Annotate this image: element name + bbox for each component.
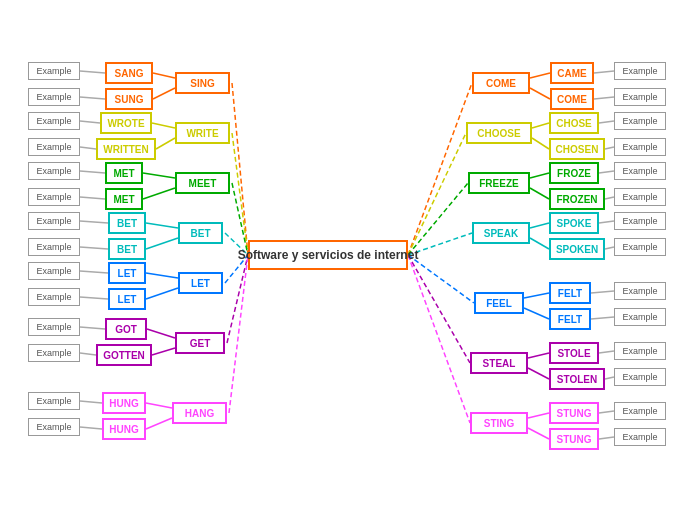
svg-line-50	[599, 221, 614, 223]
svg-line-58	[524, 308, 549, 319]
node-write: WRITE	[175, 122, 230, 144]
svg-line-28	[152, 348, 175, 355]
svg-line-69	[408, 255, 470, 423]
node-freeze: FREEZE	[468, 172, 530, 194]
svg-line-23	[146, 288, 178, 299]
svg-line-67	[599, 437, 614, 439]
svg-line-38	[530, 88, 550, 99]
node-came: CAME	[550, 62, 594, 84]
node-sung: SUNG	[105, 88, 153, 110]
svg-line-40	[599, 121, 614, 123]
node-bet: BET	[108, 238, 146, 260]
svg-line-22	[80, 297, 108, 299]
svg-line-25	[80, 327, 105, 329]
svg-line-60	[599, 351, 614, 353]
svg-line-36	[530, 73, 550, 78]
svg-line-56	[524, 293, 549, 298]
svg-line-33	[146, 418, 172, 429]
node-come: COME	[472, 72, 530, 94]
example-node: Example	[614, 238, 666, 256]
node-steal: STEAL	[470, 352, 528, 374]
node-let: LET	[108, 262, 146, 284]
svg-line-2	[80, 97, 105, 99]
svg-line-30	[80, 401, 102, 403]
example-node: Example	[28, 318, 80, 336]
example-node: Example	[28, 238, 80, 256]
example-node: Example	[614, 212, 666, 230]
example-node: Example	[614, 368, 666, 386]
svg-line-5	[80, 121, 100, 123]
node-bet: BET	[178, 222, 223, 244]
example-node: Example	[28, 162, 80, 180]
svg-line-11	[143, 173, 175, 178]
example-node: Example	[614, 342, 666, 360]
svg-line-62	[605, 377, 614, 379]
svg-line-68	[528, 428, 549, 439]
node-speak: SPEAK	[472, 222, 530, 244]
svg-line-9	[232, 133, 248, 255]
svg-line-41	[532, 123, 549, 128]
node-stung: STUNG	[549, 428, 599, 450]
svg-line-20	[80, 271, 108, 273]
node-hung: HUNG	[102, 418, 146, 440]
svg-line-29	[227, 255, 248, 343]
svg-line-44	[408, 133, 466, 255]
node-got: GOT	[105, 318, 147, 340]
example-node: Example	[28, 288, 80, 306]
svg-line-66	[528, 413, 549, 418]
svg-line-16	[146, 223, 178, 228]
example-node: Example	[28, 62, 80, 80]
node-spoke: SPOKE	[549, 212, 599, 234]
example-node: Example	[28, 262, 80, 280]
svg-line-64	[408, 255, 470, 363]
svg-line-61	[528, 353, 549, 358]
svg-line-7	[80, 147, 96, 149]
svg-line-51	[530, 223, 549, 228]
svg-line-65	[599, 411, 614, 413]
example-node: Example	[28, 344, 80, 362]
svg-line-8	[156, 138, 175, 149]
node-come: COME	[550, 88, 594, 110]
node-felt: FELT	[549, 308, 591, 330]
node-get: GET	[175, 332, 225, 354]
node-bet: BET	[108, 212, 146, 234]
svg-line-6	[152, 123, 175, 128]
svg-line-55	[591, 291, 614, 293]
example-node: Example	[614, 188, 666, 206]
example-node: Example	[614, 88, 666, 106]
node-stole: STOLE	[549, 342, 599, 364]
node-wrote: WROTE	[100, 112, 152, 134]
svg-line-3	[153, 88, 175, 99]
svg-line-0	[80, 71, 105, 73]
svg-line-10	[80, 171, 105, 173]
node-stolen: STOLEN	[549, 368, 605, 390]
node-chose: CHOSE	[549, 112, 599, 134]
example-node: Example	[614, 308, 666, 326]
svg-line-42	[605, 147, 614, 149]
example-node: Example	[614, 402, 666, 420]
example-node: Example	[28, 112, 80, 130]
node-written: WRITTEN	[96, 138, 156, 160]
svg-line-45	[599, 171, 614, 173]
svg-line-57	[591, 317, 614, 319]
example-node: Example	[28, 188, 80, 206]
node-met: MET	[105, 162, 143, 184]
svg-line-26	[147, 329, 175, 338]
svg-line-13	[143, 188, 175, 199]
example-node: Example	[614, 112, 666, 130]
node-meet: MEET	[175, 172, 230, 194]
node-software-y-servicios-de-internet: Software y servicios de internet	[248, 240, 408, 270]
example-node: Example	[28, 88, 80, 106]
svg-line-21	[146, 273, 178, 278]
node-let: LET	[178, 272, 223, 294]
svg-line-53	[530, 238, 549, 249]
example-node: Example	[614, 62, 666, 80]
svg-line-27	[80, 353, 96, 355]
node-froze: FROZE	[549, 162, 599, 184]
svg-line-35	[594, 71, 614, 73]
example-node: Example	[28, 138, 80, 156]
svg-line-34	[229, 255, 248, 413]
node-sting: STING	[470, 412, 528, 434]
node-sang: SANG	[105, 62, 153, 84]
svg-line-18	[146, 238, 178, 249]
